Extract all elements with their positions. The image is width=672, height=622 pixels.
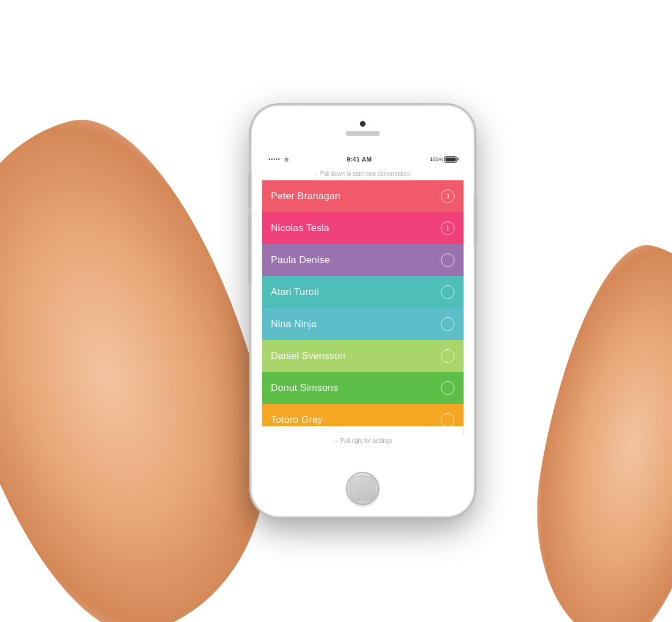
status-bar: ••••• ⊛ 9:41 AM 100%	[262, 151, 464, 167]
contact-name: Totoro Gray	[271, 414, 323, 426]
contact-item-paula[interactable]: Paula Denise	[262, 244, 464, 276]
signal-dots: •••••	[269, 156, 281, 162]
hand-foreground	[513, 233, 672, 622]
iphone-screen: ••••• ⊛ 9:41 AM 100% ↓ Pull down to star…	[262, 151, 464, 455]
pull-down-text: ↓ Pull down to start new conversation	[315, 171, 410, 177]
iphone-top	[252, 106, 474, 151]
contact-name: Nina Ninja	[271, 318, 317, 330]
contact-item-nina[interactable]: Nina Ninja	[262, 308, 464, 340]
home-button-inner	[350, 476, 375, 501]
pull-right-text: → Pull right for settings	[333, 438, 392, 444]
contact-name: Atari Turoti	[271, 286, 319, 298]
iphone-frame: ••••• ⊛ 9:41 AM 100% ↓ Pull down to star…	[252, 106, 474, 516]
contact-badge	[441, 413, 455, 427]
contact-badge: 3	[441, 189, 455, 203]
battery-area: 100%	[430, 156, 457, 163]
contact-item-nicolas[interactable]: Nicolas Tesla 1	[262, 212, 464, 244]
contact-item-peter[interactable]: Peter Branagan 3	[262, 180, 464, 212]
contact-badge	[441, 285, 455, 299]
screen-bottom: → Pull right for settings	[262, 426, 464, 455]
contact-name: Peter Branagan	[271, 191, 341, 202]
contact-badge: 1	[441, 221, 455, 235]
battery-icon	[444, 156, 457, 163]
contact-name: Donut Simsons	[271, 382, 338, 394]
contact-list: Peter Branagan 3 Nicolas Tesla 1 Paula D…	[262, 180, 464, 436]
signal-area: ••••• ⊛	[269, 156, 289, 163]
battery-fill	[446, 157, 456, 161]
pull-down-hint: ↓ Pull down to start new conversation	[262, 167, 464, 180]
contact-badge	[441, 253, 455, 267]
camera	[360, 121, 366, 127]
contact-name: Daniel Svensson	[271, 350, 346, 362]
wifi-icon: ⊛	[284, 156, 289, 163]
contact-item-daniel[interactable]: Daniel Svensson	[262, 340, 464, 372]
contact-badge	[441, 381, 455, 395]
contact-item-donut[interactable]: Donut Simsons	[262, 372, 464, 404]
battery-label: 100%	[430, 156, 443, 162]
contact-badge	[441, 317, 455, 331]
home-button[interactable]	[346, 472, 379, 505]
speaker	[346, 131, 380, 136]
scene: ••••• ⊛ 9:41 AM 100% ↓ Pull down to star…	[0, 0, 672, 622]
contact-name: Paula Denise	[271, 255, 330, 266]
contact-name: Nicolas Tesla	[271, 223, 329, 234]
contact-item-atari[interactable]: Atari Turoti	[262, 276, 464, 308]
contact-badge	[441, 349, 455, 363]
status-time: 9:41 AM	[347, 156, 372, 163]
